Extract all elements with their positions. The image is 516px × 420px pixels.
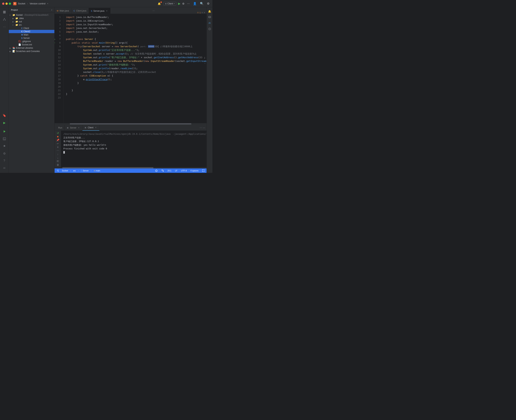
stop-button[interactable]: ■ — [55, 135, 60, 138]
vcs-dropdown-icon[interactable]: ▾ — [47, 3, 48, 5]
status-power-icon[interactable] — [154, 169, 158, 172]
structure-icon[interactable] — [1, 16, 8, 23]
fold-icon[interactable]: — — [204, 61, 205, 65]
settings2-icon[interactable]: ⚙ — [1, 150, 8, 157]
tree-item-root[interactable]: ▾ 📁 Socket ~/Desktop/CS/JavaWeb/C — [9, 13, 54, 17]
status-vcs-icon[interactable] — [161, 169, 165, 172]
status-cursor-position[interactable]: 20:1 — [167, 170, 172, 172]
scroll-output-button[interactable]: ↡ — [55, 145, 60, 149]
status-server-class[interactable]: C Server — [80, 170, 90, 172]
copilot-icon[interactable] — [207, 26, 212, 31]
status-indent[interactable]: 4 spaces — [190, 170, 199, 172]
run-debug-icon[interactable]: ▶ — [1, 119, 8, 126]
sidebar-dropdown-icon[interactable]: ▾ — [51, 9, 52, 11]
ai-icon[interactable]: AI — [1, 165, 8, 171]
code-line-23 — [66, 96, 204, 100]
tree-label-idea: .idea — [19, 17, 24, 20]
rerun-button[interactable]: ↺ — [55, 131, 60, 135]
bottom-tab-client[interactable]: ▣ Client ✕ — [82, 125, 99, 131]
close-button[interactable] — [2, 3, 4, 5]
bottom-run-label[interactable]: Run — [56, 125, 65, 131]
bottom-tab-server[interactable]: ▣ Server ✕ — [65, 125, 82, 131]
tree-arrow-out: ▶ — [12, 21, 15, 23]
pin-tab-button[interactable]: 📌 — [55, 138, 60, 142]
bottom-run-icon[interactable] — [1, 128, 8, 135]
svg-rect-11 — [57, 160, 59, 161]
sidebar-toggle-icon[interactable] — [1, 9, 8, 15]
scroll-down-button[interactable]: ↓ — [55, 156, 60, 159]
line-num-11: 11 — [55, 52, 62, 56]
ai-assistant-icon[interactable]: AI — [207, 21, 212, 26]
build-icon[interactable] — [1, 143, 8, 150]
tree-item-client[interactable]: C Client — [9, 27, 54, 30]
tree-item-src[interactable]: ▾ 📁 src — [9, 23, 54, 27]
svg-line-6 — [3, 19, 4, 20]
editor-scrollbar-thumb[interactable] — [70, 123, 191, 125]
warning-chevron-up-icon[interactable]: ∧ — [202, 11, 203, 14]
database-icon[interactable] — [207, 15, 212, 20]
run-more-button[interactable]: ⋯ — [55, 149, 60, 152]
tree-item-idea[interactable]: ▶ 📁 .idea — [9, 17, 54, 20]
scroll-up-button[interactable]: ↑ — [55, 153, 60, 156]
status-socket[interactable]: Socket — [61, 170, 69, 172]
tree-item-client2[interactable]: C Client2 — [9, 30, 54, 33]
account-icon[interactable]: 👤 — [192, 1, 197, 6]
terminal-icon[interactable] — [1, 135, 8, 142]
code-line-5: import java.net.Socket; — [66, 30, 204, 34]
code-line-13: BufferedReader reader = new BufferedRead… — [66, 59, 204, 63]
bottom-more-icon[interactable]: ⋯ — [200, 126, 202, 129]
status-encoding[interactable]: UTF-8 — [180, 170, 187, 172]
tree-item-extlibs[interactable]: ▶ 📚 External Libraries — [9, 46, 54, 50]
minimize-button[interactable] — [6, 3, 8, 5]
server-tab-close-icon[interactable]: ✕ — [77, 127, 80, 129]
align-indent-button[interactable] — [55, 160, 60, 163]
run-configuration[interactable]: ▣ Client ▾ — [163, 2, 176, 6]
restore-button[interactable]: ↩ — [55, 142, 60, 145]
tab-client[interactable]: C Client.java — [71, 8, 89, 14]
code-editor[interactable]: 1 2 3 4 5 6 7 ▶ 8 ▶ 9 10 11 — [55, 14, 207, 123]
plugins-icon[interactable]: ⋯ — [1, 23, 8, 30]
notifications-panel-icon[interactable]: 🔔 — [207, 9, 212, 14]
notifications-icon[interactable]: 🔔 — [157, 2, 162, 6]
status-git-icon[interactable] — [56, 170, 60, 172]
status-sep2: › — [78, 170, 79, 172]
client-tab-close-icon[interactable]: ✕ — [95, 126, 97, 129]
tree-label-socketiml: Socket.iml — [22, 43, 32, 46]
status-expand-icon[interactable] — [202, 170, 205, 172]
bottom-horizontal-scrollbar[interactable] — [55, 167, 207, 168]
folder-icon-idea: 📁 — [15, 17, 18, 20]
more-options-icon[interactable]: ⋯ — [187, 2, 190, 6]
warning-chevron-down-icon[interactable]: ∨ — [204, 11, 205, 14]
bottom-collapse-icon[interactable]: — — [203, 126, 205, 129]
tree-item-main[interactable]: M Main — [9, 33, 54, 37]
status-line-endings[interactable]: LF — [174, 170, 178, 172]
tree-item-scratches[interactable]: ▶ 📝 Scratches and Consoles — [9, 50, 54, 53]
code-content[interactable]: import java.io.BufferedReader; import ja… — [64, 14, 207, 123]
tree-item-server[interactable]: S Server — [9, 37, 54, 40]
tree-item-gitignore[interactable]: 🚫 .gitignore — [9, 40, 54, 43]
editor-horizontal-scrollbar[interactable] — [55, 123, 207, 125]
settings-icon[interactable]: ⚙ — [206, 1, 210, 6]
run-button[interactable]: ▶ — [178, 2, 180, 5]
tab-main[interactable]: M Main.java — [55, 8, 71, 14]
clear-button[interactable]: 🗑 — [55, 163, 60, 166]
tree-item-socketiml[interactable]: 📄 Socket.iml — [9, 43, 54, 46]
status-sep1: › — [70, 170, 71, 172]
project-name[interactable]: Socket — [18, 2, 25, 5]
help-icon[interactable]: ? — [1, 158, 8, 164]
status-src[interactable]: src — [72, 170, 76, 172]
line-num-21: 21 — [55, 89, 62, 92]
vcs-label[interactable]: Version control — [30, 2, 45, 5]
tree-item-out[interactable]: ▶ 📁 out — [9, 20, 54, 23]
file-icon-client: C — [21, 27, 23, 29]
tab-server[interactable]: S Server.java ✕ — [89, 8, 110, 14]
tabs-more-icon[interactable]: ⋯ — [151, 8, 156, 14]
run-output[interactable]: /Users/eve/Library/Java/JavaVirtualMachi… — [61, 131, 207, 167]
search-icon[interactable]: 🔍 — [199, 1, 204, 6]
tab-server-close-icon[interactable]: ✕ — [105, 10, 108, 12]
bookmarks-icon[interactable]: 🔖 — [1, 112, 8, 119]
debug-button[interactable]: ⚙ — [182, 2, 185, 5]
status-main-fn[interactable]: m main — [93, 170, 101, 172]
tab-main-icon: M — [57, 10, 58, 12]
maximize-button[interactable] — [9, 3, 11, 5]
